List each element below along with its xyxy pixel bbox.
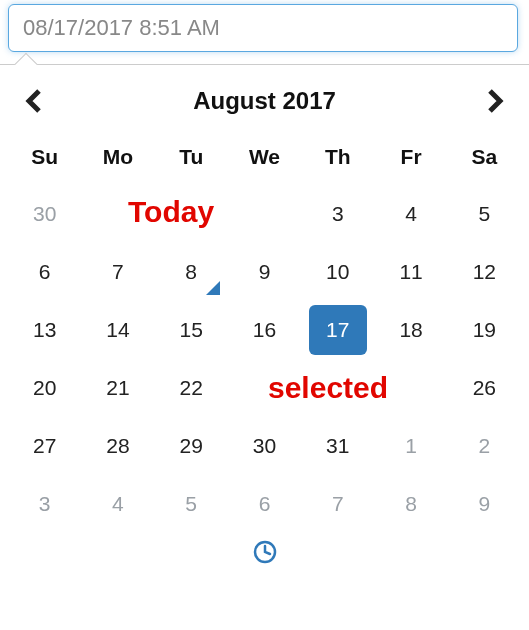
- calendar-day[interactable]: 3: [8, 475, 81, 533]
- date-picker: August 2017 SuMoTuWeThFrSa Today selecte…: [0, 64, 529, 575]
- calendar-day[interactable]: 5: [155, 475, 228, 533]
- calendar-day[interactable]: 12: [448, 243, 521, 301]
- calendar-day[interactable]: 14: [81, 301, 154, 359]
- calendar-day[interactable]: 30: [8, 185, 81, 243]
- month-year-title[interactable]: August 2017: [193, 87, 336, 115]
- calendar-day[interactable]: 7: [301, 475, 374, 533]
- calendar-day[interactable]: 15: [155, 301, 228, 359]
- calendar-day-selected[interactable]: 17: [301, 301, 374, 359]
- calendar-day[interactable]: 27: [8, 417, 81, 475]
- calendar-day[interactable]: 22: [155, 359, 228, 417]
- chevron-left-icon: [25, 89, 43, 113]
- calendar-day[interactable]: 30: [228, 417, 301, 475]
- clock-icon: [252, 539, 278, 565]
- calendar-day[interactable]: 19: [448, 301, 521, 359]
- weekday-header: Fr: [374, 135, 447, 185]
- calendar-day[interactable]: 5: [448, 185, 521, 243]
- calendar-day[interactable]: 29: [155, 417, 228, 475]
- calendar-day[interactable]: [301, 359, 374, 417]
- prev-month-button[interactable]: [14, 81, 54, 121]
- calendar-day[interactable]: 11: [374, 243, 447, 301]
- switch-to-time-button[interactable]: [250, 537, 280, 567]
- calendar-day[interactable]: [374, 359, 447, 417]
- calendar-day[interactable]: 16: [228, 301, 301, 359]
- calendar-grid: Today selected 3034567891011121314151617…: [8, 185, 521, 533]
- calendar-day[interactable]: 4: [374, 185, 447, 243]
- weekday-header: Sa: [448, 135, 521, 185]
- calendar-day[interactable]: 9: [228, 243, 301, 301]
- calendar-day[interactable]: 20: [8, 359, 81, 417]
- datetime-input[interactable]: [8, 4, 518, 52]
- calendar-day[interactable]: 31: [301, 417, 374, 475]
- calendar-day[interactable]: 18: [374, 301, 447, 359]
- calendar-day[interactable]: 2: [448, 417, 521, 475]
- weekday-header-row: SuMoTuWeThFrSa: [8, 135, 521, 185]
- chevron-right-icon: [486, 89, 504, 113]
- weekday-header: Tu: [155, 135, 228, 185]
- calendar-day[interactable]: 26: [448, 359, 521, 417]
- calendar-day[interactable]: [228, 185, 301, 243]
- calendar-day[interactable]: [81, 185, 154, 243]
- calendar-day[interactable]: [155, 185, 228, 243]
- calendar-day-label: 17: [309, 305, 367, 355]
- calendar-day[interactable]: 28: [81, 417, 154, 475]
- calendar-day[interactable]: 13: [8, 301, 81, 359]
- calendar-day-today[interactable]: 8: [155, 243, 228, 301]
- calendar-day[interactable]: 9: [448, 475, 521, 533]
- weekday-header: We: [228, 135, 301, 185]
- calendar-day[interactable]: 4: [81, 475, 154, 533]
- picker-footer: [8, 533, 521, 575]
- calendar-day[interactable]: 7: [81, 243, 154, 301]
- calendar-day[interactable]: [228, 359, 301, 417]
- next-month-button[interactable]: [475, 81, 515, 121]
- calendar-day[interactable]: 8: [374, 475, 447, 533]
- calendar-day[interactable]: 1: [374, 417, 447, 475]
- calendar-day[interactable]: 6: [228, 475, 301, 533]
- weekday-header: Mo: [81, 135, 154, 185]
- calendar-day[interactable]: 6: [8, 243, 81, 301]
- calendar-day[interactable]: 21: [81, 359, 154, 417]
- picker-header: August 2017: [8, 75, 521, 135]
- calendar-day[interactable]: 3: [301, 185, 374, 243]
- weekday-header: Th: [301, 135, 374, 185]
- weekday-header: Su: [8, 135, 81, 185]
- calendar-day[interactable]: 10: [301, 243, 374, 301]
